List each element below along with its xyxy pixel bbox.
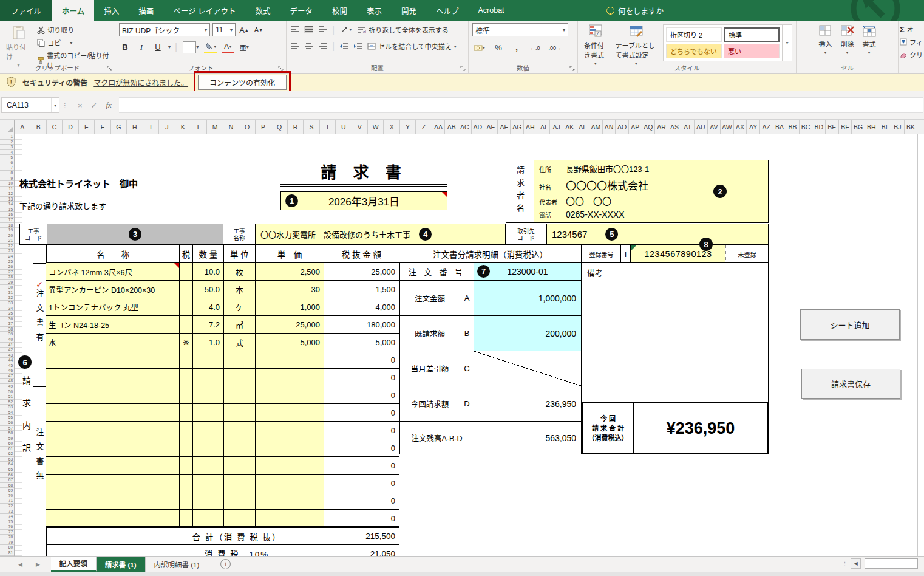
column-header[interactable]: AY (747, 120, 760, 134)
grow-font-button[interactable]: A▲ (238, 24, 250, 36)
item-amount-cell[interactable]: 0 (324, 351, 399, 369)
column-header[interactable]: Z (416, 120, 432, 134)
item-name-cell[interactable]: 生コン N24-18-25 (46, 316, 180, 334)
column-header[interactable]: AK (563, 120, 577, 134)
row-header[interactable]: 76 (0, 524, 14, 530)
column-header[interactable]: G (111, 120, 127, 134)
dialog-launcher-icon[interactable] (569, 66, 576, 72)
column-header[interactable]: BB (786, 120, 800, 134)
row-header[interactable]: 39 (0, 332, 14, 337)
item-price-cell[interactable] (256, 369, 324, 386)
row-header[interactable]: 19 (0, 228, 14, 233)
item-qty-cell[interactable] (193, 510, 224, 527)
increase-indent-icon[interactable] (353, 43, 362, 50)
row-header[interactable]: 70 (0, 493, 14, 499)
header-tax[interactable]: 税 (180, 245, 193, 263)
ribbon-tab[interactable]: ホーム (52, 0, 94, 21)
scrollbar-track[interactable] (865, 558, 918, 569)
item-unit-cell[interactable]: ケ (224, 298, 256, 316)
column-header[interactable]: E (79, 120, 95, 134)
item-tax-cell[interactable] (180, 439, 193, 457)
recipient-cell[interactable]: 株式会社トライネット 御中 (19, 177, 226, 193)
format-as-table-button[interactable]: テーブルとして書式設定 ▾ (613, 23, 659, 67)
column-header[interactable]: AJ (550, 120, 563, 134)
phonetic-button[interactable]: 亜▾ (238, 41, 250, 53)
empty-row[interactable]: 0 (46, 475, 399, 492)
column-header[interactable]: U (336, 120, 352, 134)
column-header[interactable]: AL (576, 120, 589, 134)
item-price-cell[interactable] (256, 386, 324, 404)
font-size-select[interactable]: 11 ▾ (212, 23, 236, 36)
italic-button[interactable]: I (135, 41, 148, 53)
item-amount-cell[interactable]: 1,500 (324, 281, 399, 298)
item-unit-cell[interactable] (224, 492, 256, 510)
column-header[interactable]: BJ (891, 120, 905, 134)
item-amount-cell[interactable]: 0 (324, 457, 399, 475)
order-row-value[interactable]: 563,050 (474, 422, 581, 454)
column-header[interactable]: C (47, 120, 63, 134)
row-header[interactable]: 66 (0, 473, 14, 478)
row-header[interactable]: 33 (0, 301, 14, 306)
item-name-cell[interactable] (46, 422, 180, 439)
item-name-cell[interactable] (46, 492, 180, 510)
row-header[interactable]: 7 (0, 165, 14, 171)
order-row-value[interactable]: 200,000 (474, 316, 581, 351)
row-header[interactable]: 4 (0, 150, 14, 156)
row-header[interactable]: 72 (0, 504, 14, 509)
cell-style-item[interactable]: 標準 (724, 27, 780, 42)
column-header[interactable]: X (384, 120, 399, 134)
item-tax-cell[interactable] (180, 316, 193, 334)
select-all-corner[interactable] (0, 120, 15, 134)
row-header[interactable]: 34 (0, 306, 14, 312)
ribbon-tab[interactable]: 表示 (357, 0, 392, 21)
greeting-cell[interactable]: 下記の通り請求致します (19, 200, 106, 211)
row-header[interactable]: 55 (0, 415, 14, 420)
dialog-launcher-icon[interactable] (460, 66, 466, 72)
row-header[interactable]: 27 (0, 270, 14, 275)
ribbon-tab[interactable]: 数式 (245, 0, 280, 21)
item-tax-cell[interactable] (180, 422, 193, 439)
header-name[interactable]: 名 称 (46, 245, 180, 263)
row-header[interactable]: 30 (0, 285, 14, 290)
item-price-cell[interactable]: 1,000 (256, 298, 324, 316)
insert-function-icon[interactable]: fx (106, 100, 112, 110)
item-amount-cell[interactable]: 0 (324, 492, 399, 510)
item-unit-cell[interactable] (224, 422, 256, 439)
item-qty-cell[interactable] (193, 369, 224, 386)
item-qty-cell[interactable]: 7.2 (193, 316, 224, 334)
order-row-value[interactable]: 1,000,000 (474, 281, 581, 315)
column-header[interactable]: Y (400, 120, 416, 134)
empty-row[interactable]: 0 (46, 422, 399, 439)
item-unit-cell[interactable] (224, 351, 256, 369)
column-header[interactable]: K (175, 120, 191, 134)
row-header[interactable]: 43 (0, 353, 14, 358)
scrollbar-splitter-handle[interactable]: ⋮ (842, 563, 847, 565)
item-amount-cell[interactable]: 0 (324, 422, 399, 439)
row-header[interactable]: 67 (0, 478, 14, 483)
row-header[interactable]: 48 (0, 379, 14, 384)
column-header[interactable]: F (95, 120, 110, 134)
total-label[interactable]: 合 計（消 費 税 抜） (46, 528, 324, 545)
item-unit-cell[interactable] (224, 404, 256, 422)
item-amount-cell[interactable]: 0 (324, 386, 399, 404)
column-header[interactable]: AI (537, 120, 551, 134)
row-header[interactable]: 36 (0, 317, 14, 322)
row-header[interactable]: 1 (0, 134, 14, 140)
issuer-company[interactable]: 〇〇〇〇株式会社 (566, 177, 648, 193)
clear-button[interactable]: クリ (900, 50, 923, 60)
row-header[interactable]: 47 (0, 374, 14, 379)
row-header[interactable]: 58 (0, 431, 14, 436)
format-cells-button[interactable]: 書式 ▾ (860, 23, 879, 57)
ribbon-tab[interactable]: 描画 (129, 0, 163, 21)
row-header[interactable]: 32 (0, 295, 14, 301)
sheet-tab[interactable]: 内訳明細書 (1) (146, 557, 209, 572)
scroll-left-icon[interactable]: ◀ (851, 558, 861, 569)
gallery-more-button[interactable]: ▾ (782, 25, 792, 61)
column-header[interactable]: BG (852, 120, 865, 134)
column-header[interactable]: BA (773, 120, 787, 134)
item-tax-cell[interactable] (180, 263, 193, 281)
row-header[interactable]: 41 (0, 343, 14, 348)
column-header[interactable]: T (320, 120, 336, 134)
registration-status[interactable]: 未登録 (725, 245, 768, 262)
row-header[interactable]: 78 (0, 535, 14, 540)
